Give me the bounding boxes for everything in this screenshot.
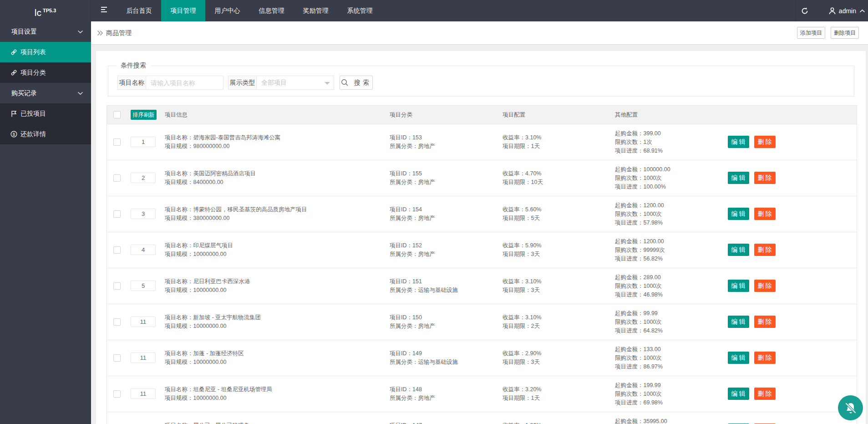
delete-button[interactable]: 删除 <box>754 280 776 292</box>
link-icon <box>10 49 17 56</box>
sort-order-input[interactable] <box>131 388 156 399</box>
sort-order-input[interactable] <box>131 137 156 147</box>
refresh-button[interactable] <box>796 0 813 21</box>
delete-button[interactable]: 删除 <box>754 352 776 364</box>
row-checkbox[interactable] <box>113 318 121 326</box>
row-checkbox[interactable] <box>113 282 121 290</box>
delete-project-button[interactable]: 删除项目 <box>831 27 859 39</box>
delete-button[interactable]: 删除 <box>754 208 776 220</box>
cell-line: 收益率：5.60% <box>503 205 541 214</box>
content-card: 条件搜索 项目名称 展示类型 全部项目 搜索 排序刷新 项目信息 项目分类 项目… <box>96 51 866 424</box>
sort-order-input[interactable] <box>131 281 156 291</box>
row-checkbox[interactable] <box>113 210 121 218</box>
col-project-info: 项目信息 <box>165 111 188 119</box>
cell-line: 起购金额：289.00 <box>615 273 663 282</box>
cell-line: 限购次数：1000次 <box>615 390 663 398</box>
sidebar-item-project-settings[interactable]: 项目设置 <box>0 21 91 42</box>
cell-line: 项目ID：150 <box>390 313 435 322</box>
sidebar-item-repayment-details[interactable]: $ 还款详情 <box>0 124 91 144</box>
sidebar-item-label: 购买记录 <box>11 89 37 97</box>
edit-button[interactable]: 编辑 <box>728 136 749 148</box>
cell-line: 所属分类：房地产 <box>390 322 435 331</box>
row-checkbox[interactable] <box>113 390 121 398</box>
project-category-cell: 项目ID：150所属分类：房地产 <box>390 313 435 331</box>
project-info-cell: 项目名称：博蒙特公园，移民圣基茨的高品质房地产项目项目规模：380000000.… <box>165 205 307 223</box>
edit-button[interactable]: 编辑 <box>728 316 749 328</box>
row-checkbox[interactable] <box>113 354 121 362</box>
delete-button[interactable]: 删除 <box>754 136 776 148</box>
edit-button[interactable]: 编辑 <box>728 352 749 364</box>
cell-line: 限购次数：99999次 <box>615 246 665 255</box>
project-info-cell: 项目名称：黑公司 - 黑公司稳赚盘项目规模：10000000.00 <box>165 421 249 424</box>
delete-button[interactable]: 删除 <box>754 244 776 256</box>
sidebar-item-project-list[interactable]: 项目列表 <box>0 42 91 62</box>
project-category-cell: 项目ID：154所属分类：房地产 <box>390 205 435 223</box>
cell-line: 项目名称：黑公司 - 黑公司稳赚盘 <box>165 421 249 424</box>
nav-tab-info[interactable]: 信息管理 <box>249 0 294 21</box>
row-checkbox[interactable] <box>113 138 121 146</box>
cell-line: 项目ID：154 <box>390 205 435 214</box>
cell-line: 项目名称：新加坡 - 亚太宇航物流集团 <box>165 313 261 322</box>
cell-line: 项目规模：10000000.00 <box>165 250 233 259</box>
nav-tab-system[interactable]: 系统管理 <box>338 0 382 21</box>
sort-order-input[interactable] <box>131 245 156 255</box>
sidebar-item-invested-projects[interactable]: 已投项目 <box>0 103 91 124</box>
delete-button[interactable]: 删除 <box>754 172 776 184</box>
select-all-checkbox[interactable] <box>113 111 121 118</box>
project-config-cell: 收益率：5.90%项目期限：3天 <box>503 241 541 259</box>
cell-line: 限购次数：1000次 <box>615 318 663 327</box>
row-checkbox[interactable] <box>113 246 121 254</box>
project-category-cell: 项目ID：153所属分类：房地产 <box>390 133 435 151</box>
sidebar-item-project-category[interactable]: 项目分类 <box>0 62 91 83</box>
nav-tab-home[interactable]: 后台首页 <box>117 0 161 21</box>
hamburger-icon[interactable] <box>91 0 117 21</box>
nav-tab-projects[interactable]: 项目管理 <box>161 0 205 21</box>
edit-button[interactable]: 编辑 <box>728 172 749 184</box>
row-checkbox[interactable] <box>113 174 121 182</box>
sort-order-input[interactable] <box>131 209 156 219</box>
table-body: 项目名称：碧海家园-泰国普吉岛邦涛海滩公寓项目规模：980000000.00 项… <box>107 124 857 424</box>
nav-tab-users[interactable]: 用户中心 <box>205 0 249 21</box>
sort-order-input[interactable] <box>131 352 156 363</box>
cell-line: 起购金额：1200.00 <box>615 201 664 210</box>
cell-line: 项目进度：46.98% <box>615 291 663 299</box>
sort-refresh-button[interactable]: 排序刷新 <box>131 110 157 120</box>
edit-button[interactable]: 编辑 <box>728 208 749 220</box>
delete-button[interactable]: 删除 <box>754 388 776 400</box>
sort-order-input[interactable] <box>131 317 156 327</box>
project-category-cell: 项目ID：147所属分类：房地产 <box>390 421 435 424</box>
cell-line: 项目进度：100.00% <box>615 183 670 191</box>
sidebar-item-label: 已投项目 <box>20 110 46 117</box>
sidebar-item-purchase-records[interactable]: 购买记录 <box>0 83 91 103</box>
username: admin <box>839 7 856 15</box>
project-info-cell: 项目名称：碧海家园-泰国普吉岛邦涛海滩公寓项目规模：980000000.00 <box>165 133 280 151</box>
display-type-select[interactable]: 全部项目 <box>256 76 334 90</box>
cell-line: 起购金额：199.99 <box>615 381 663 390</box>
cell-line: 项目规模：8400000.00 <box>165 178 256 187</box>
cell-line: 限购次数：1000次 <box>615 354 663 363</box>
edit-button[interactable]: 编辑 <box>728 388 749 400</box>
cell-line: 项目期限：2天 <box>503 322 541 331</box>
cell-line: 项目ID：149 <box>390 349 458 358</box>
cell-line: 收益率：1.20% <box>503 421 541 424</box>
chat-bubble-button[interactable] <box>838 395 863 420</box>
cell-line: 起购金额：133.00 <box>615 345 663 354</box>
select-value: 全部项目 <box>261 79 287 86</box>
edit-button[interactable]: 编辑 <box>728 280 749 292</box>
edit-button[interactable]: 编辑 <box>728 244 749 256</box>
other-config-cell: 起购金额：399.00限购次数：1次项目进度：68.91% <box>615 129 663 155</box>
cell-line: 收益率：5.90% <box>503 241 541 250</box>
project-name-input[interactable] <box>146 76 223 90</box>
delete-button[interactable]: 删除 <box>754 316 776 328</box>
cell-line: 收益率：3.20% <box>503 385 541 394</box>
svg-text:$: $ <box>13 132 15 137</box>
breadcrumb-arrow-icon <box>97 30 103 36</box>
cell-line: 项目ID：152 <box>390 241 435 250</box>
sort-order-input[interactable] <box>131 173 156 183</box>
search-button[interactable]: 搜索 <box>340 76 373 90</box>
link-icon <box>10 69 17 76</box>
nav-tab-rewards[interactable]: 奖励管理 <box>294 0 338 21</box>
user-menu[interactable]: admin <box>813 0 868 21</box>
add-project-button[interactable]: 添加项目 <box>797 27 825 39</box>
other-config-cell: 起购金额：1200.00限购次数：99999次项目进度：56.82% <box>615 237 665 263</box>
